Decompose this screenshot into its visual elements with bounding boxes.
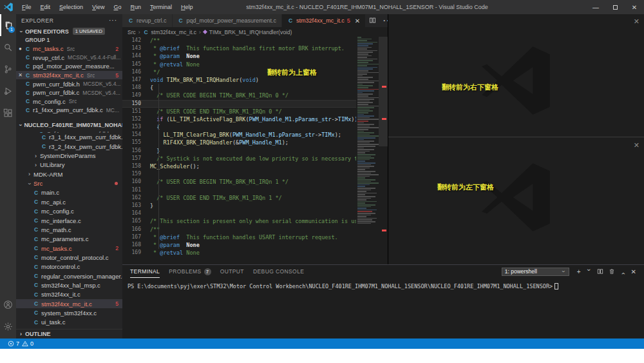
overview-ruler[interactable] (379, 37, 388, 264)
menu-view[interactable]: View (88, 4, 109, 10)
tab-stm32f4xx_mc_it.c[interactable]: Cstm32f4xx_mc_it.c5✕ (282, 14, 366, 27)
file-item-main.c[interactable]: Cmain.c (16, 188, 122, 197)
file-item-r3_2_f4xx_pwm_curr_fdbk.c[interactable]: Cr3_2_f4xx_pwm_curr_fdbk.c (16, 142, 122, 151)
menu-go[interactable]: Go (109, 4, 126, 10)
source-control-icon[interactable] (0, 58, 16, 80)
file-item-motorcontrol.c[interactable]: Cmotorcontrol.c (16, 262, 122, 271)
open-editor-pwm_curr_fdbk.c[interactable]: Cpwm_curr_fdbk.cMCSDK_v5.4... (16, 88, 122, 97)
editor-group-top-right[interactable]: ✕ (388, 14, 644, 137)
code-line-169: * @retval None (150, 249, 356, 257)
file-item-r3_1_f4xx_pwm_curr_fdbk.c[interactable]: Cr3_1_f4xx_pwm_curr_fdbk.c (16, 133, 122, 142)
file-tree: Cr3_1_f4xx_pwm_curr_fdbk.cCr3_2_f4xx_pwm… (16, 133, 122, 327)
minimap[interactable] (356, 37, 379, 264)
menu-selection[interactable]: Selection (55, 4, 88, 10)
code-line-163: } (150, 202, 356, 210)
file-item-mc_math.c[interactable]: Cmc_math.c (16, 225, 122, 234)
breadcrumb-item[interactable]: TIMx_BRK_M1_IRQHandler(void) (204, 29, 292, 35)
terminal-content[interactable]: PS E:\documents\pyj\exer\STM32\Motor Con… (122, 278, 644, 289)
open-editor-revup_ctrl.c[interactable]: Crevup_ctrl.cMCSDK_v5.4.4-Full... (16, 54, 122, 63)
file-item-mc_tasks.c[interactable]: Cmc_tasks.c2 (16, 244, 122, 253)
extensions-icon[interactable] (0, 102, 16, 124)
code-line-158: MC_Scheduler(); (150, 162, 356, 170)
indent-guide (158, 84, 159, 249)
open-editor-pwm_curr_fdbk.h[interactable]: Cpwm_curr_fdbk.hMCSDK_v5.4... (16, 79, 122, 88)
breadcrumb-item[interactable]: Src (128, 29, 136, 35)
terminal-dropdown-icon[interactable]: › (585, 269, 592, 275)
close-icon[interactable]: ✕ (634, 17, 639, 26)
panel-tab-terminal[interactable]: TERMINAL (130, 265, 160, 278)
file-item-mc_api.c[interactable]: Cmc_api.c (16, 197, 122, 206)
code-line-157: /* Systick is not executed due low prior… (150, 155, 356, 162)
maximize-button[interactable] (605, 0, 625, 14)
menu-file[interactable]: File (17, 4, 36, 10)
error-mark (382, 86, 386, 88)
account-icon[interactable] (0, 293, 16, 315)
activity-bar: 1 (0, 14, 16, 338)
file-item-regular_conversion_manager.c[interactable]: Cregular_conversion_manager.c (16, 271, 122, 280)
vscode-window: FileEditSelectionViewGoRunTerminalHelp s… (0, 0, 644, 363)
tab-close-icon[interactable]: ✕ (355, 17, 360, 25)
shell-selector[interactable]: 1: powershell › (502, 268, 569, 276)
menu-edit[interactable]: Edit (36, 4, 55, 10)
panel-tab-problems[interactable]: PROBLEMS7 (169, 265, 211, 278)
outline-header[interactable]: › OUTLINE (16, 329, 122, 338)
tab-pqd_motor_power_measurement.c[interactable]: Cpqd_motor_power_measurement.c (173, 14, 283, 27)
file-item-stm32f4xx_it.c[interactable]: Cstm32f4xx_it.c (16, 290, 122, 299)
close-icon[interactable]: ✕ (634, 141, 639, 150)
file-item-mc_parameters.c[interactable]: Cmc_parameters.c (16, 235, 122, 244)
new-terminal-icon[interactable]: + (577, 268, 581, 275)
file-item-stm32f4xx_mc_it.c[interactable]: Cstm32f4xx_mc_it.c5 (16, 299, 122, 308)
folder-item-Src[interactable]: ›Src (16, 179, 122, 188)
open-editor-stm32f4xx_mc_it.c[interactable]: ✕Cstm32f4xx_mc_it.cSrc5 (16, 71, 122, 80)
breadcrumb[interactable]: Src›Cstm32f4xx_mc_it.c›TIMx_BRK_M1_IRQHa… (122, 27, 388, 37)
open-editors-header[interactable]: › OPEN EDITORS 1 UNSAVED (16, 26, 122, 36)
file-item-stm32f4xx_hal_msp.c[interactable]: Cstm32f4xx_hal_msp.c (16, 280, 122, 289)
settings-gear-icon[interactable] (0, 315, 16, 337)
file-item-motor_control_protocol.c[interactable]: Cmotor_control_protocol.c (16, 253, 122, 262)
file-item-ui_task.c[interactable]: Cui_task.c (16, 318, 122, 327)
editor-group-bottom-right[interactable]: ✕ (388, 138, 644, 264)
chevron-down-icon: › (17, 123, 24, 128)
open-editor-pqd_motor_power_measure...[interactable]: Cpqd_motor_power_measure... (16, 62, 122, 71)
menu-terminal[interactable]: Terminal (146, 4, 176, 10)
code-line-165: /* This section is present only when ser… (150, 217, 356, 225)
folder-item-SystemDriveParams[interactable]: ›SystemDriveParams (16, 151, 122, 160)
scrollbar-slider[interactable] (379, 37, 388, 146)
close-button[interactable]: ✕ (625, 0, 644, 14)
split-terminal-icon[interactable] (597, 268, 603, 275)
file-item-mc_interface.c[interactable]: Cmc_interface.c (16, 216, 122, 225)
file-item-system_stm32f4xx.c[interactable]: Csystem_stm32f4xx.c (16, 308, 122, 317)
code-line-151: /* USER CODE END TIMx_BRK_M1_IRQn 0 */ (150, 108, 356, 115)
code-line-160: /* USER CODE BEGIN TIMx_BRK_M1_IRQn 1 */ (150, 178, 356, 186)
close-panel-icon[interactable]: ✕ (631, 268, 636, 275)
kill-terminal-icon[interactable] (609, 268, 615, 275)
chevron-down-icon: › (18, 28, 24, 34)
panel-tab-debug-console[interactable]: DEBUG CONSOLE (253, 265, 304, 278)
explorer-icon[interactable]: 1 (0, 14, 16, 36)
open-editor-mc_config.c[interactable]: Cmc_config.cSrc (16, 97, 122, 106)
line-numbers: 1421431441451461471481491501511521531541… (122, 37, 144, 257)
folder-item-MDK-ARM[interactable]: ›MDK-ARM (16, 170, 122, 179)
warning-icon (22, 340, 28, 347)
code-editor[interactable]: 1421431441451461471481491501511521531541… (122, 37, 388, 264)
panel-tab-output[interactable]: OUTPUT (220, 265, 244, 278)
open-editor-mc_tasks.c[interactable]: ●Cmc_tasks.cSrc2 (16, 44, 122, 54)
annotation-bottom-right-pane: 翻转前为左下窗格 (437, 182, 494, 192)
code-line-167: * @brief This function handles USART int… (150, 233, 356, 241)
search-icon[interactable] (0, 36, 16, 58)
split-editor-icon[interactable] (369, 15, 376, 26)
file-item-mc_config.c[interactable]: Cmc_config.c (16, 207, 122, 216)
code-line-159 (150, 170, 356, 178)
maximize-panel-icon[interactable]: › (620, 269, 627, 275)
minimize-button[interactable]: — (586, 0, 605, 14)
folder-item-UILibrary[interactable]: ›UILibrary (16, 161, 122, 170)
project-folder-header[interactable]: › NUCLEO_F401RE_IHM07M1_NOHALL_1S... (16, 121, 122, 130)
error-mark (382, 230, 386, 231)
sidebar-more-actions-icon[interactable]: ··· (109, 17, 117, 24)
menu-run[interactable]: Run (126, 4, 146, 10)
breadcrumb-item[interactable]: Cstm32f4xx_mc_it.c (143, 29, 196, 35)
tab-revup_ctrl.c[interactable]: Crevup_ctrl.c (122, 14, 173, 27)
problems-status[interactable]: 7 0 (5, 340, 33, 347)
run-debug-icon[interactable] (0, 80, 16, 102)
open-editor-r1_f4xx_pwm_curr_fdbk.c[interactable]: Cr1_f4xx_pwm_curr_fdbk.cMC... (16, 106, 122, 115)
